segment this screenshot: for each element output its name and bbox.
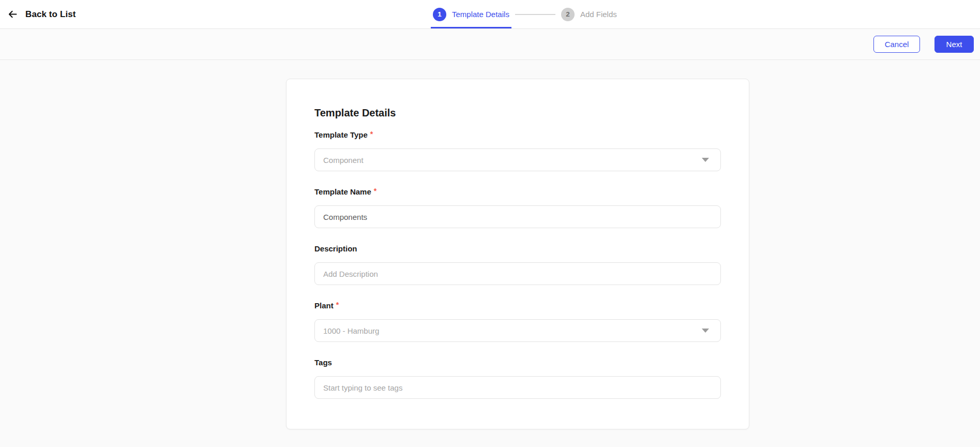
step-template-details[interactable]: 1 Template Details [432,0,510,28]
field-plant: Plant * 1000 - Hamburg [314,301,721,342]
template-details-card: Template Details Template Type * Compone… [286,79,749,429]
arrow-left-icon [7,9,18,20]
field-description: Description [314,244,721,285]
field-tags: Tags [314,357,721,399]
caret-down-icon [702,329,709,333]
template-type-select[interactable]: Component [314,148,721,171]
back-to-list-label: Back to List [25,9,76,20]
tags-label: Tags [314,357,332,367]
page-background: Template Details Template Type * Compone… [0,60,980,446]
step-2-circle: 2 [561,8,575,21]
step-1-label: Template Details [452,10,509,19]
template-name-label: Template Name [314,187,371,197]
plant-label: Plant [314,301,334,310]
field-template-type: Template Type * Component [314,130,721,171]
active-step-indicator [431,27,511,28]
back-to-list-button[interactable]: Back to List [7,0,76,28]
required-asterisk: * [370,130,373,139]
action-toolbar: Cancel Next [0,29,980,60]
stepper: 1 Template Details 2 Add Fields [432,0,618,28]
required-asterisk: * [336,301,339,309]
step-add-fields[interactable]: 2 Add Fields [560,0,618,28]
step-1-circle: 1 [433,8,446,21]
template-name-input[interactable] [314,205,721,228]
template-type-label: Template Type [314,130,368,140]
plant-value: 1000 - Hamburg [323,326,379,335]
caret-down-icon [702,158,709,162]
step-connector-line [515,14,555,15]
description-input[interactable] [314,262,721,285]
tags-input[interactable] [314,376,721,399]
field-template-name: Template Name * [314,187,721,228]
required-asterisk: * [374,187,376,196]
app-root: Back to List 1 Template Details 2 Add Fi… [0,0,980,446]
top-header: Back to List 1 Template Details 2 Add Fi… [0,0,980,29]
description-label: Description [314,244,357,254]
cancel-button[interactable]: Cancel [873,36,920,53]
step-2-label: Add Fields [580,10,617,19]
plant-select[interactable]: 1000 - Hamburg [314,319,721,342]
template-type-value: Component [323,156,364,165]
card-title: Template Details [314,107,721,119]
next-button[interactable]: Next [934,36,974,53]
